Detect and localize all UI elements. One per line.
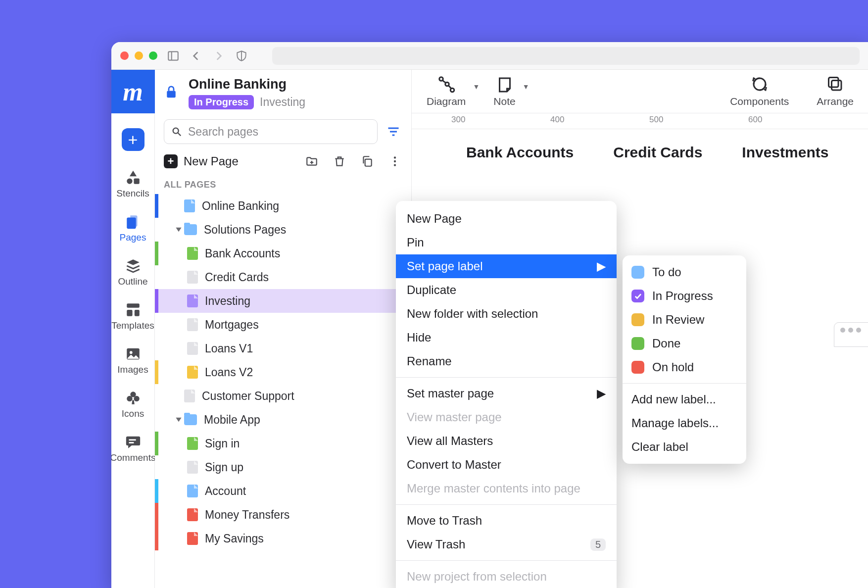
trash-icon[interactable] bbox=[332, 154, 347, 169]
label-submenu: To doIn ProgressIn ReviewDoneOn holdAdd … bbox=[623, 255, 746, 464]
tab-investments[interactable]: Investments bbox=[742, 144, 828, 161]
newpage-row: + New Page bbox=[155, 148, 411, 175]
ctx-item[interactable]: Convert to Master bbox=[396, 453, 617, 477]
svg-rect-15 bbox=[129, 442, 134, 443]
page-icon bbox=[187, 485, 198, 497]
tree-page[interactable]: Sign in bbox=[155, 432, 411, 455]
sub-add-new[interactable]: Add new label... bbox=[623, 388, 746, 411]
tree-page[interactable]: My Savings bbox=[155, 527, 411, 550]
ctx-item[interactable]: Hide bbox=[396, 326, 617, 349]
tab-bank-accounts[interactable]: Bank Accounts bbox=[466, 144, 574, 161]
plus-icon: + bbox=[122, 128, 145, 151]
tree-page[interactable]: Money Transfers bbox=[155, 503, 411, 527]
ctx-item[interactable]: View Trash5 bbox=[396, 533, 617, 556]
app-logo[interactable]: m bbox=[111, 70, 155, 113]
tab-credit-cards[interactable]: Credit Cards bbox=[613, 144, 702, 161]
tree-item-label: Account bbox=[205, 485, 246, 498]
tree-folder[interactable]: Mobile App bbox=[155, 408, 411, 432]
ctx-item[interactable]: Duplicate bbox=[396, 278, 617, 302]
tree-item-label: Loans V1 bbox=[205, 342, 253, 355]
close-window[interactable] bbox=[120, 51, 129, 60]
status-badge[interactable]: In Progress bbox=[189, 95, 254, 109]
tool-note[interactable]: Note ▼ bbox=[493, 75, 515, 107]
tree-page[interactable]: Bank Accounts bbox=[155, 242, 411, 265]
chevron-right-icon: ▶ bbox=[597, 387, 606, 400]
rail-item-pages[interactable]: Pages bbox=[111, 206, 154, 250]
tree-item-label: Sign up bbox=[205, 461, 243, 474]
tree-page[interactable]: Customer Support bbox=[155, 384, 411, 408]
rail-item-comments[interactable]: Comments bbox=[111, 426, 154, 470]
nav-back-icon[interactable] bbox=[189, 49, 203, 63]
search-icon bbox=[171, 126, 182, 137]
rail-label: Icons bbox=[122, 408, 144, 419]
sub-label-item[interactable]: On hold bbox=[623, 355, 746, 379]
newpage-label[interactable]: New Page bbox=[184, 154, 239, 168]
maximize-window[interactable] bbox=[149, 51, 157, 60]
sub-label-item[interactable]: To do bbox=[623, 260, 746, 284]
tree-item-label: Mobile App bbox=[204, 413, 260, 427]
window-controls bbox=[120, 51, 157, 60]
sidebar-toggle-icon[interactable] bbox=[166, 49, 180, 63]
chevron-down-icon[interactable] bbox=[173, 226, 184, 233]
ctx-item[interactable]: Pin bbox=[396, 231, 617, 254]
new-folder-icon[interactable] bbox=[304, 154, 319, 169]
tree-page[interactable]: Sign up bbox=[155, 455, 411, 479]
shield-icon[interactable] bbox=[235, 49, 248, 63]
svg-point-4 bbox=[127, 178, 132, 184]
tree-page[interactable]: Account bbox=[155, 479, 411, 503]
rail-add-button[interactable]: + bbox=[111, 121, 154, 158]
tool-label: Arrange bbox=[817, 96, 854, 107]
panel-header-sub: In Progress Investing bbox=[189, 95, 305, 109]
ctx-item[interactable]: Set master page▶ bbox=[396, 382, 617, 405]
tree-item-label: My Savings bbox=[205, 532, 264, 545]
sub-clear[interactable]: Clear label bbox=[623, 435, 746, 459]
tool-diagram[interactable]: Diagram ▼ bbox=[427, 75, 466, 107]
tree-page[interactable]: Mortgages bbox=[155, 313, 411, 337]
more-icon[interactable] bbox=[387, 154, 402, 169]
folder-icon bbox=[184, 414, 197, 425]
sub-label-item[interactable]: Done bbox=[623, 332, 746, 355]
chevron-down-icon[interactable]: ▼ bbox=[473, 83, 480, 91]
folder-icon bbox=[184, 224, 197, 235]
ctx-item[interactable]: Move to Trash bbox=[396, 509, 617, 533]
lock-icon bbox=[164, 85, 181, 101]
sub-label-item[interactable]: In Progress bbox=[623, 284, 746, 308]
rail-item-outline[interactable]: Outline bbox=[111, 250, 154, 294]
rail-item-icons[interactable]: Icons bbox=[111, 382, 154, 426]
label-color-swatch bbox=[631, 266, 644, 279]
sub-manage[interactable]: Manage labels... bbox=[623, 411, 746, 435]
tree-folder[interactable]: Solutions Pages bbox=[155, 218, 411, 242]
rail-item-stencils[interactable]: Stencils bbox=[111, 162, 154, 206]
tool-label: Components bbox=[730, 96, 789, 107]
page-icon bbox=[187, 437, 198, 450]
ctx-item[interactable]: View all Masters bbox=[396, 429, 617, 453]
tree-page[interactable]: Online Banking bbox=[155, 194, 411, 218]
rail-item-images[interactable]: Images bbox=[111, 338, 154, 382]
tree-item-label: Sign in bbox=[205, 437, 240, 450]
ctx-item[interactable]: Set page label▶ bbox=[396, 254, 617, 278]
ctx-item[interactable]: Rename bbox=[396, 349, 617, 373]
svg-point-26 bbox=[394, 160, 396, 162]
url-bar[interactable] bbox=[272, 47, 860, 65]
diagram-icon bbox=[436, 75, 456, 94]
arrange-icon bbox=[825, 75, 845, 94]
tool-arrange[interactable]: Arrange bbox=[817, 75, 854, 107]
search-input[interactable]: Search pages bbox=[164, 119, 378, 144]
chevron-down-icon[interactable]: ▼ bbox=[523, 83, 530, 91]
filter-button[interactable] bbox=[385, 123, 402, 141]
sub-label-item[interactable]: In Review bbox=[623, 308, 746, 332]
tree-page[interactable]: Loans V1 bbox=[155, 337, 411, 360]
nav-forward-icon[interactable] bbox=[212, 49, 226, 63]
rail-item-templates[interactable]: Templates bbox=[111, 294, 154, 338]
tree-page[interactable]: Loans V2 bbox=[155, 360, 411, 384]
ctx-item[interactable]: New folder with selection bbox=[396, 302, 617, 326]
minimize-window[interactable] bbox=[135, 51, 143, 60]
chevron-down-icon[interactable] bbox=[173, 416, 184, 423]
tool-components[interactable]: Components bbox=[730, 75, 789, 107]
svg-point-31 bbox=[445, 82, 449, 86]
label-color-swatch bbox=[631, 290, 644, 302]
copy-icon[interactable] bbox=[360, 154, 375, 169]
tree-page[interactable]: Credit Cards bbox=[155, 265, 411, 289]
ctx-item[interactable]: New Page bbox=[396, 207, 617, 231]
tree-page[interactable]: Investing bbox=[155, 289, 411, 313]
